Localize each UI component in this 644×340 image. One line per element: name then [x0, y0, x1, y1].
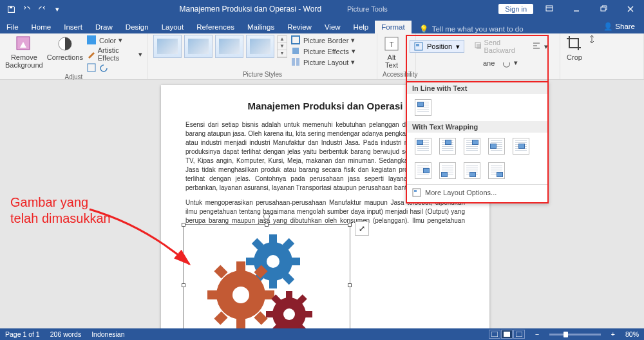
position-option[interactable] — [415, 138, 431, 155]
svg-rect-18 — [414, 190, 417, 192]
crop-button[interactable]: Crop — [565, 35, 583, 61]
remove-background-button[interactable]: Remove Background — [5, 35, 43, 69]
tab-references[interactable]: References — [190, 21, 241, 33]
rotate-icon — [502, 58, 511, 68]
close-icon[interactable] — [620, 1, 641, 17]
svg-rect-23 — [246, 258, 255, 265]
style-item[interactable] — [215, 35, 243, 58]
compress-reset-row[interactable] — [87, 62, 142, 73]
effects-icon — [291, 46, 301, 56]
rotate-handle[interactable] — [263, 213, 270, 220]
picture-layout-button[interactable]: Picture Layout ▾ — [291, 57, 355, 68]
minimize-icon[interactable] — [565, 1, 587, 17]
tab-layout[interactable]: Layout — [155, 21, 191, 33]
selection-pane-fragment[interactable]: ane ▾ — [406, 57, 549, 69]
pic-layout-icon — [291, 57, 301, 67]
svg-rect-50 — [504, 332, 510, 337]
resize-handle[interactable] — [182, 283, 185, 287]
status-words[interactable]: 206 words — [50, 330, 81, 338]
svg-rect-51 — [516, 332, 522, 337]
zoom-slider[interactable] — [549, 334, 601, 335]
tab-review[interactable]: Review — [281, 21, 318, 33]
group-styles-label: Picture Styles — [153, 71, 372, 79]
sign-in-button[interactable]: Sign in — [498, 4, 533, 14]
position-option[interactable] — [464, 138, 480, 155]
send-back-icon — [475, 42, 481, 52]
tab-view[interactable]: View — [318, 21, 347, 33]
resize-handle[interactable] — [348, 283, 352, 287]
style-item[interactable] — [153, 35, 182, 58]
style-item[interactable] — [246, 35, 274, 58]
color-button[interactable]: Color ▾ — [87, 35, 142, 46]
position-option-inline[interactable] — [415, 99, 431, 116]
more-layout-options[interactable]: More Layout Options... — [407, 184, 547, 200]
position-option[interactable] — [439, 162, 456, 179]
svg-rect-10 — [296, 58, 299, 66]
svg-rect-8 — [292, 48, 299, 54]
zoom-in[interactable]: + — [611, 330, 615, 338]
document-title: Manajemen Produksi dan Operasi - Word — [180, 5, 322, 14]
picture-effects-button[interactable]: Picture Effects ▾ — [291, 46, 355, 57]
svg-rect-21 — [269, 234, 277, 243]
position-option[interactable] — [488, 162, 505, 179]
tab-insert[interactable]: Insert — [57, 21, 89, 33]
zoom-out[interactable]: − — [535, 330, 539, 338]
svg-rect-0 — [10, 6, 12, 8]
qat-redo-icon[interactable] — [35, 2, 49, 16]
view-web-layout[interactable] — [513, 330, 525, 339]
tab-home[interactable]: Home — [25, 21, 58, 33]
tab-mailings[interactable]: Mailings — [241, 21, 281, 33]
compress-icon — [87, 63, 97, 73]
svg-rect-17 — [413, 189, 421, 196]
alt-text-button[interactable]: TAlt Text — [383, 35, 401, 69]
qat-customize-icon[interactable]: ▾ — [50, 2, 64, 16]
zoom-level[interactable]: 80% — [625, 330, 639, 338]
position-icon — [414, 42, 423, 51]
svg-rect-49 — [491, 332, 498, 337]
tab-file[interactable]: File — [0, 21, 25, 33]
position-button[interactable]: Position ▾ — [410, 40, 464, 53]
qat-undo-icon[interactable] — [19, 2, 33, 16]
svg-rect-1 — [546, 6, 553, 11]
style-item[interactable] — [184, 35, 213, 58]
layout-options-anchor-icon[interactable]: ⤢ — [355, 222, 369, 236]
position-option[interactable] — [415, 162, 431, 179]
share-icon: 👤 — [603, 22, 612, 31]
qat-save-icon[interactable] — [4, 2, 18, 16]
selected-picture[interactable]: ⤢ — [183, 224, 350, 328]
svg-rect-6 — [88, 64, 95, 71]
brush-icon — [87, 50, 95, 59]
align-button[interactable]: ▾ — [528, 41, 552, 53]
status-page[interactable]: Page 1 of 1 — [5, 330, 40, 338]
position-option[interactable] — [464, 162, 480, 179]
position-wrap-header: With Text Wrapping — [407, 121, 547, 133]
corrections-button[interactable]: Corrections — [47, 35, 83, 61]
annotation-arrow — [86, 206, 202, 277]
svg-rect-9 — [292, 58, 295, 66]
resize-handle[interactable] — [265, 223, 269, 227]
position-option[interactable] — [439, 138, 456, 155]
position-option[interactable] — [513, 138, 529, 155]
bulb-icon: 💡 — [419, 24, 428, 33]
tell-me-search[interactable]: 💡Tell me what you want to do — [412, 24, 531, 33]
picture-border-button[interactable]: Picture Border ▾ — [291, 35, 355, 46]
svg-point-20 — [267, 255, 279, 268]
send-backward-button[interactable]: Send Backward — [471, 37, 522, 55]
status-language[interactable]: Indonesian — [91, 330, 124, 338]
tab-design[interactable]: Design — [119, 21, 155, 33]
gallery-expand[interactable]: ▲▼▾ — [277, 35, 287, 58]
picture-styles-gallery[interactable]: ▲▼▾ — [153, 35, 287, 58]
svg-rect-7 — [292, 36, 299, 44]
view-read-mode[interactable] — [489, 330, 500, 339]
resize-handle[interactable] — [348, 223, 352, 227]
artistic-effects-button[interactable]: Artistic Effects ▾ — [87, 46, 142, 62]
view-print-layout[interactable] — [501, 330, 513, 339]
tab-draw[interactable]: Draw — [89, 21, 119, 33]
tab-help[interactable]: Help — [347, 21, 375, 33]
ribbon-options-icon[interactable] — [538, 1, 560, 17]
share-button[interactable]: 👤Share — [594, 19, 644, 33]
tab-format[interactable]: Format — [375, 21, 411, 33]
alt-text-icon: T — [383, 35, 401, 53]
restore-icon[interactable] — [592, 1, 614, 17]
position-option[interactable] — [488, 138, 505, 155]
